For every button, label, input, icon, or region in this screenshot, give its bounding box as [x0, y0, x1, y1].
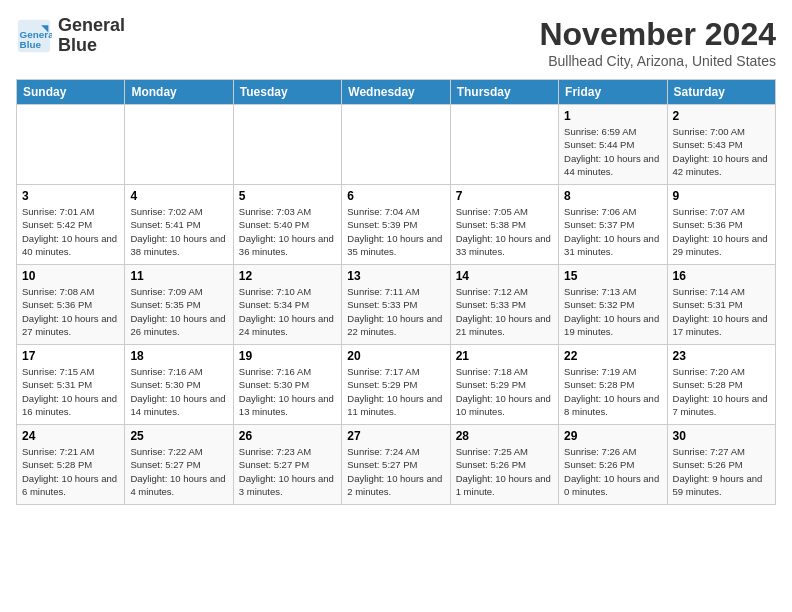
- calendar-cell: 12Sunrise: 7:10 AM Sunset: 5:34 PM Dayli…: [233, 265, 341, 345]
- day-number: 7: [456, 189, 553, 203]
- day-info: Sunrise: 7:24 AM Sunset: 5:27 PM Dayligh…: [347, 445, 444, 498]
- day-info: Sunrise: 7:02 AM Sunset: 5:41 PM Dayligh…: [130, 205, 227, 258]
- day-info: Sunrise: 7:08 AM Sunset: 5:36 PM Dayligh…: [22, 285, 119, 338]
- svg-text:Blue: Blue: [20, 38, 42, 49]
- day-info: Sunrise: 7:07 AM Sunset: 5:36 PM Dayligh…: [673, 205, 770, 258]
- calendar-cell: 20Sunrise: 7:17 AM Sunset: 5:29 PM Dayli…: [342, 345, 450, 425]
- day-info: Sunrise: 7:16 AM Sunset: 5:30 PM Dayligh…: [130, 365, 227, 418]
- day-info: Sunrise: 7:19 AM Sunset: 5:28 PM Dayligh…: [564, 365, 661, 418]
- day-number: 24: [22, 429, 119, 443]
- calendar-cell: 5Sunrise: 7:03 AM Sunset: 5:40 PM Daylig…: [233, 185, 341, 265]
- day-number: 3: [22, 189, 119, 203]
- day-info: Sunrise: 7:14 AM Sunset: 5:31 PM Dayligh…: [673, 285, 770, 338]
- calendar-cell: 18Sunrise: 7:16 AM Sunset: 5:30 PM Dayli…: [125, 345, 233, 425]
- weekday-row: SundayMondayTuesdayWednesdayThursdayFrid…: [17, 80, 776, 105]
- day-info: Sunrise: 7:22 AM Sunset: 5:27 PM Dayligh…: [130, 445, 227, 498]
- day-number: 2: [673, 109, 770, 123]
- day-number: 28: [456, 429, 553, 443]
- day-info: Sunrise: 7:03 AM Sunset: 5:40 PM Dayligh…: [239, 205, 336, 258]
- calendar-cell: 14Sunrise: 7:12 AM Sunset: 5:33 PM Dayli…: [450, 265, 558, 345]
- day-number: 13: [347, 269, 444, 283]
- calendar-body: 1Sunrise: 6:59 AM Sunset: 5:44 PM Daylig…: [17, 105, 776, 505]
- calendar-cell: 4Sunrise: 7:02 AM Sunset: 5:41 PM Daylig…: [125, 185, 233, 265]
- month-title: November 2024: [539, 16, 776, 53]
- day-number: 1: [564, 109, 661, 123]
- day-info: Sunrise: 7:23 AM Sunset: 5:27 PM Dayligh…: [239, 445, 336, 498]
- calendar-week-2: 3Sunrise: 7:01 AM Sunset: 5:42 PM Daylig…: [17, 185, 776, 265]
- day-info: Sunrise: 7:12 AM Sunset: 5:33 PM Dayligh…: [456, 285, 553, 338]
- calendar-cell: 16Sunrise: 7:14 AM Sunset: 5:31 PM Dayli…: [667, 265, 775, 345]
- page-header: General Blue General Blue November 2024 …: [16, 16, 776, 69]
- calendar-cell: 27Sunrise: 7:24 AM Sunset: 5:27 PM Dayli…: [342, 425, 450, 505]
- day-info: Sunrise: 7:00 AM Sunset: 5:43 PM Dayligh…: [673, 125, 770, 178]
- day-number: 20: [347, 349, 444, 363]
- day-number: 5: [239, 189, 336, 203]
- day-info: Sunrise: 7:26 AM Sunset: 5:26 PM Dayligh…: [564, 445, 661, 498]
- day-number: 29: [564, 429, 661, 443]
- day-number: 17: [22, 349, 119, 363]
- title-block: November 2024 Bullhead City, Arizona, Un…: [539, 16, 776, 69]
- day-info: Sunrise: 7:06 AM Sunset: 5:37 PM Dayligh…: [564, 205, 661, 258]
- day-number: 22: [564, 349, 661, 363]
- logo-icon: General Blue: [16, 18, 52, 54]
- calendar-cell: 8Sunrise: 7:06 AM Sunset: 5:37 PM Daylig…: [559, 185, 667, 265]
- day-info: Sunrise: 7:11 AM Sunset: 5:33 PM Dayligh…: [347, 285, 444, 338]
- calendar-week-4: 17Sunrise: 7:15 AM Sunset: 5:31 PM Dayli…: [17, 345, 776, 425]
- subtitle: Bullhead City, Arizona, United States: [539, 53, 776, 69]
- calendar-header: SundayMondayTuesdayWednesdayThursdayFrid…: [17, 80, 776, 105]
- day-info: Sunrise: 7:05 AM Sunset: 5:38 PM Dayligh…: [456, 205, 553, 258]
- weekday-header-thursday: Thursday: [450, 80, 558, 105]
- calendar-week-3: 10Sunrise: 7:08 AM Sunset: 5:36 PM Dayli…: [17, 265, 776, 345]
- day-number: 10: [22, 269, 119, 283]
- day-number: 19: [239, 349, 336, 363]
- day-number: 9: [673, 189, 770, 203]
- calendar-cell: 1Sunrise: 6:59 AM Sunset: 5:44 PM Daylig…: [559, 105, 667, 185]
- day-info: Sunrise: 6:59 AM Sunset: 5:44 PM Dayligh…: [564, 125, 661, 178]
- calendar-cell: 13Sunrise: 7:11 AM Sunset: 5:33 PM Dayli…: [342, 265, 450, 345]
- calendar-cell: 15Sunrise: 7:13 AM Sunset: 5:32 PM Dayli…: [559, 265, 667, 345]
- day-info: Sunrise: 7:17 AM Sunset: 5:29 PM Dayligh…: [347, 365, 444, 418]
- calendar-cell: 6Sunrise: 7:04 AM Sunset: 5:39 PM Daylig…: [342, 185, 450, 265]
- calendar-cell: 21Sunrise: 7:18 AM Sunset: 5:29 PM Dayli…: [450, 345, 558, 425]
- weekday-header-monday: Monday: [125, 80, 233, 105]
- day-number: 15: [564, 269, 661, 283]
- calendar-cell: 9Sunrise: 7:07 AM Sunset: 5:36 PM Daylig…: [667, 185, 775, 265]
- logo-text: General Blue: [58, 16, 125, 56]
- day-number: 18: [130, 349, 227, 363]
- calendar-cell: 19Sunrise: 7:16 AM Sunset: 5:30 PM Dayli…: [233, 345, 341, 425]
- calendar-cell: 22Sunrise: 7:19 AM Sunset: 5:28 PM Dayli…: [559, 345, 667, 425]
- logo: General Blue General Blue: [16, 16, 125, 56]
- day-number: 14: [456, 269, 553, 283]
- calendar-cell: [450, 105, 558, 185]
- day-number: 23: [673, 349, 770, 363]
- day-number: 21: [456, 349, 553, 363]
- weekday-header-saturday: Saturday: [667, 80, 775, 105]
- calendar-week-1: 1Sunrise: 6:59 AM Sunset: 5:44 PM Daylig…: [17, 105, 776, 185]
- calendar-cell: 2Sunrise: 7:00 AM Sunset: 5:43 PM Daylig…: [667, 105, 775, 185]
- day-number: 30: [673, 429, 770, 443]
- day-number: 26: [239, 429, 336, 443]
- day-info: Sunrise: 7:18 AM Sunset: 5:29 PM Dayligh…: [456, 365, 553, 418]
- calendar-cell: 11Sunrise: 7:09 AM Sunset: 5:35 PM Dayli…: [125, 265, 233, 345]
- day-number: 6: [347, 189, 444, 203]
- calendar-cell: 7Sunrise: 7:05 AM Sunset: 5:38 PM Daylig…: [450, 185, 558, 265]
- logo-line1: General: [58, 16, 125, 36]
- day-info: Sunrise: 7:01 AM Sunset: 5:42 PM Dayligh…: [22, 205, 119, 258]
- day-info: Sunrise: 7:16 AM Sunset: 5:30 PM Dayligh…: [239, 365, 336, 418]
- calendar-cell: [342, 105, 450, 185]
- day-number: 16: [673, 269, 770, 283]
- weekday-header-wednesday: Wednesday: [342, 80, 450, 105]
- calendar-cell: [125, 105, 233, 185]
- calendar-cell: 30Sunrise: 7:27 AM Sunset: 5:26 PM Dayli…: [667, 425, 775, 505]
- day-info: Sunrise: 7:21 AM Sunset: 5:28 PM Dayligh…: [22, 445, 119, 498]
- weekday-header-tuesday: Tuesday: [233, 80, 341, 105]
- day-number: 4: [130, 189, 227, 203]
- day-info: Sunrise: 7:09 AM Sunset: 5:35 PM Dayligh…: [130, 285, 227, 338]
- calendar-cell: 17Sunrise: 7:15 AM Sunset: 5:31 PM Dayli…: [17, 345, 125, 425]
- day-info: Sunrise: 7:20 AM Sunset: 5:28 PM Dayligh…: [673, 365, 770, 418]
- day-number: 8: [564, 189, 661, 203]
- logo-line2: Blue: [58, 36, 125, 56]
- calendar-cell: [233, 105, 341, 185]
- day-info: Sunrise: 7:25 AM Sunset: 5:26 PM Dayligh…: [456, 445, 553, 498]
- day-number: 12: [239, 269, 336, 283]
